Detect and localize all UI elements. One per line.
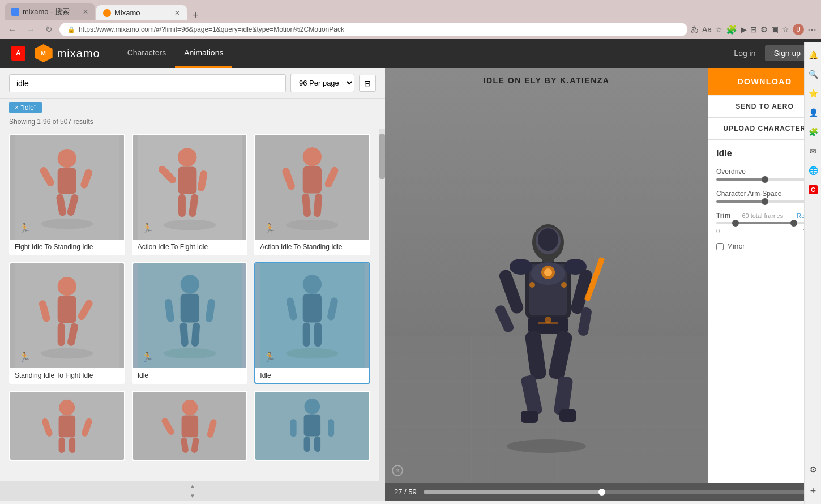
anim-card-4[interactable]: 🏃 Standing Idle To Fight Idle: [9, 262, 125, 384]
scroll-track[interactable]: [379, 129, 385, 481]
tab-active[interactable]: Mixamo ✕: [96, 5, 187, 20]
favorites-icon[interactable]: ☆: [782, 25, 789, 34]
sidebar-add-icon[interactable]: +: [805, 482, 821, 499]
forward-button[interactable]: →: [23, 24, 39, 36]
svg-rect-72: [328, 419, 334, 437]
translate-icon[interactable]: あ: [691, 24, 699, 35]
filter-tag[interactable]: × "Idle": [9, 102, 42, 113]
svg-rect-39: [180, 294, 199, 323]
overdrive-slider[interactable]: [716, 178, 813, 181]
sidebar-toggle[interactable]: ▣: [771, 25, 779, 34]
scroll-down-btn[interactable]: ▼: [0, 491, 385, 501]
overdrive-thumb[interactable]: [762, 176, 768, 183]
trim-left-thumb[interactable]: [732, 220, 739, 227]
search-input[interactable]: [9, 74, 286, 92]
tab-favicon-mixamo: [103, 9, 111, 17]
new-tab-button[interactable]: +: [188, 10, 203, 20]
bookmark-icon[interactable]: ☆: [715, 25, 722, 34]
anim-card-2[interactable]: 🏃 Action Idle To Fight Idle: [132, 134, 248, 255]
anim-card-1[interactable]: 🏃 Fight Idle To Standing Idle: [9, 134, 125, 255]
animation-grid: 🏃 Fight Idle To Standing Idle: [0, 129, 379, 481]
arm-space-label: Character Arm-Space: [716, 190, 781, 198]
search-row: 96 Per page 24 Per page 48 Per page ⊟: [0, 68, 385, 99]
per-page-select[interactable]: 96 Per page 24 Per page 48 Per page: [290, 74, 354, 92]
anim-card-8[interactable]: [132, 391, 248, 461]
anim-label-6: Idle: [255, 368, 369, 383]
sidebar-bell-icon[interactable]: 🔔: [805, 46, 821, 63]
filter-button[interactable]: ⊟: [359, 75, 376, 92]
settings-icon[interactable]: ⚙: [760, 25, 768, 34]
back-button[interactable]: ←: [5, 24, 20, 36]
svg-rect-70: [304, 415, 321, 437]
viewport[interactable]: IDLE ON ELY BY K.ATIENZA: [385, 68, 708, 483]
svg-point-62: [182, 400, 198, 416]
tab-favicon-search: [11, 8, 19, 16]
svg-point-86: [544, 268, 552, 276]
svg-rect-33: [58, 323, 65, 346]
anim-card-7[interactable]: [9, 391, 125, 461]
svg-text:🏃: 🏃: [19, 223, 31, 234]
svg-text:🏃: 🏃: [142, 223, 153, 234]
tab-close-inactive[interactable]: ✕: [83, 8, 88, 16]
svg-point-55: [59, 400, 75, 416]
refresh-button[interactable]: ↻: [42, 23, 56, 36]
login-link[interactable]: Log in: [734, 49, 755, 58]
read-mode-icon[interactable]: Aa: [702, 25, 712, 34]
svg-point-46: [286, 348, 339, 359]
svg-rect-12: [178, 166, 196, 194]
sidebar-globe-icon[interactable]: 🌐: [805, 162, 821, 179]
arm-space-slider[interactable]: [716, 200, 813, 203]
anim-card-3[interactable]: 🏃 Action Idle To Standing Idle: [254, 134, 370, 255]
address-bar[interactable]: 🔒 https://www.mixamo.com/#/?limit=96&pag…: [59, 23, 687, 36]
svg-rect-21: [303, 166, 322, 194]
svg-point-10: [164, 220, 216, 230]
signup-button[interactable]: Sign up: [765, 45, 810, 61]
timeline-track[interactable]: [424, 490, 812, 494]
svg-rect-74: [314, 436, 320, 452]
character-figure: [476, 211, 617, 455]
anim-label-5: Idle: [133, 368, 247, 383]
timeline-bar: 27 / 59: [385, 483, 821, 501]
timeline-progress: [424, 490, 602, 494]
svg-text:🏃: 🏃: [19, 351, 31, 363]
lock-icon: 🔒: [67, 26, 75, 33]
browser-right-sidebar: 🔔 🔍 ⭐ 👤 🧩 ✉ 🌐 C ⚙ +: [804, 42, 821, 504]
nav-animations[interactable]: Animations: [175, 39, 232, 68]
mirror-checkbox[interactable]: [716, 243, 724, 250]
anim-card-5[interactable]: 🏃 Idle: [132, 262, 248, 384]
svg-rect-59: [59, 437, 65, 453]
svg-rect-96: [520, 374, 543, 416]
scroll-thumb[interactable]: [379, 134, 385, 179]
arm-space-thumb[interactable]: [762, 198, 768, 205]
trim-section: Trim 60 total frames Reset 0: [716, 212, 813, 234]
more-icon[interactable]: ⋯: [807, 24, 816, 35]
mirror-row: Mirror: [716, 242, 813, 250]
tab-inactive[interactable]: mixamo - 搜索 ✕: [5, 3, 95, 20]
tab-title: mixamo - 搜索: [23, 7, 79, 17]
anim-card-9[interactable]: [254, 391, 370, 461]
trim-slider[interactable]: [716, 222, 813, 224]
sidebar-profile2-icon[interactable]: 👤: [805, 104, 821, 121]
trim-right-thumb[interactable]: [790, 220, 797, 227]
browser-actions: あ Aa ☆ 🧩 ▶ ⊟ ⚙ ▣ ☆ U ⋯: [691, 24, 816, 35]
scroll-up-btn[interactable]: ▲: [0, 481, 385, 491]
param-arm-space: Character Arm-Space 50: [716, 190, 813, 203]
split-icon[interactable]: ⊟: [750, 25, 757, 34]
nav-characters[interactable]: Characters: [118, 39, 175, 68]
sidebar-search-icon[interactable]: 🔍: [805, 66, 821, 83]
timeline-playhead[interactable]: [598, 489, 605, 496]
svg-point-20: [303, 147, 322, 166]
anim-card-6[interactable]: 🏃 Idle: [254, 262, 370, 384]
sidebar-extension2-icon[interactable]: 🧩: [805, 123, 821, 140]
tab-close-active[interactable]: ✕: [174, 9, 180, 17]
play-icon[interactable]: ▶: [741, 25, 747, 34]
extension-icon[interactable]: 🧩: [726, 24, 737, 35]
sidebar-mail-icon[interactable]: ✉: [805, 143, 821, 160]
sidebar-red-icon[interactable]: C: [805, 181, 821, 198]
svg-point-104: [545, 317, 551, 323]
sidebar-settings2-icon[interactable]: ⚙: [805, 461, 821, 478]
sidebar-favorites-icon[interactable]: ⭐: [805, 85, 821, 102]
profile-icon[interactable]: U: [793, 24, 804, 35]
svg-text:🏃: 🏃: [264, 223, 276, 234]
viewport-control-icon[interactable]: ⊕: [392, 465, 403, 476]
